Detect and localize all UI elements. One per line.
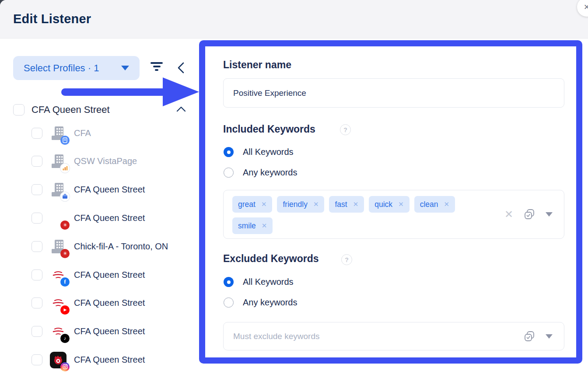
profile-checkbox[interactable] <box>32 213 42 224</box>
profile-label: QSW VistaPage <box>74 156 137 166</box>
excluded-keywords-input[interactable]: Must exclude keywords <box>223 322 564 350</box>
included-any-keywords-option[interactable]: Any keywords <box>224 168 298 178</box>
select-profiles-button[interactable]: Select Profiles · 1 <box>13 56 140 80</box>
keyword-chip: clean✕ <box>414 196 455 213</box>
google-business-badge-icon <box>60 192 70 201</box>
clear-all-icon[interactable]: ✕ <box>504 209 513 220</box>
profile-label: Chick-fil-A - Toronto, ON <box>74 242 168 252</box>
excluded-placeholder: Must exclude keywords <box>233 332 513 341</box>
close-icon: ✕ <box>584 3 588 12</box>
list-item[interactable]: CFA Queen Street <box>0 346 199 374</box>
modal-header: Edit Listener ✕ <box>0 0 588 38</box>
building-icon <box>50 153 66 170</box>
remove-keyword-icon[interactable]: ✕ <box>353 200 359 208</box>
keyword-chip: fast✕ <box>329 196 364 213</box>
excluded-keywords-title: Excluded Keywords <box>223 253 319 265</box>
profile-checkbox[interactable] <box>32 128 42 139</box>
list-item[interactable]: CFA Queen Street <box>0 175 199 204</box>
photo-avatar: ✳ <box>50 210 66 227</box>
brand-script-avatar: ♪ <box>50 323 66 340</box>
remove-keyword-icon[interactable]: ✕ <box>261 200 267 208</box>
building-icon <box>50 125 66 142</box>
remove-keyword-icon[interactable]: ✕ <box>313 200 319 208</box>
select-profiles-label: Select Profiles · 1 <box>24 63 99 74</box>
remove-keyword-icon[interactable]: ✕ <box>262 222 267 230</box>
copy-select-icon[interactable] <box>523 208 536 221</box>
facebook-badge-icon: f <box>60 277 70 287</box>
profile-doc-badge-icon <box>60 136 70 145</box>
page-title: Edit Listener <box>13 12 91 26</box>
included-keywords-title: Included Keywords <box>223 123 315 135</box>
excluded-any-keywords-option[interactable]: Any keywords <box>224 298 298 308</box>
yelp-badge-icon: ✳ <box>60 220 70 230</box>
profile-label: CFA Queen Street <box>74 326 145 336</box>
profile-checkbox[interactable] <box>32 354 42 365</box>
keyword-chip: great✕ <box>232 196 272 213</box>
collapse-panel-chevron-left-icon[interactable] <box>176 61 186 74</box>
instagram-badge-icon <box>60 362 70 371</box>
chevron-up-icon[interactable] <box>176 105 186 114</box>
list-item[interactable]: CFA <box>0 119 199 147</box>
brand-script-avatar <box>50 295 66 312</box>
profile-label: CFA Queen Street <box>74 185 145 195</box>
help-icon[interactable]: ? <box>340 124 351 135</box>
building-icon <box>50 182 66 198</box>
radio-unselected-icon[interactable] <box>224 168 234 178</box>
profile-group-row[interactable]: CFA Queen Street <box>0 102 199 117</box>
tiktok-badge-icon: ♪ <box>60 334 70 343</box>
list-item[interactable]: ✳ CFA Queen Street <box>0 204 199 232</box>
profile-label: CFA Queen Street <box>74 213 145 223</box>
list-item[interactable]: ✳ Chick-fil-A - Toronto, ON <box>0 232 199 261</box>
keyword-tools: ✕ <box>494 190 564 238</box>
profile-label: CFA Queen Street <box>74 298 145 308</box>
keyword-chip: friendly✕ <box>277 196 324 213</box>
profile-checkbox[interactable] <box>32 298 42 308</box>
profile-checkbox[interactable] <box>32 270 42 280</box>
profile-checkbox[interactable] <box>32 326 42 337</box>
profile-checkbox[interactable] <box>32 156 42 167</box>
brand-script-avatar: f <box>50 267 66 284</box>
included-keywords-input[interactable]: great✕ friendly✕ fast✕ quick✕ clean✕ smi… <box>223 190 564 239</box>
profile-label: CFA Queen Street <box>74 355 145 365</box>
list-item[interactable]: ♪ CFA Queen Street <box>0 317 199 346</box>
help-icon[interactable]: ? <box>341 254 352 265</box>
copy-select-icon[interactable] <box>523 330 536 343</box>
list-item[interactable]: CFA Queen Street <box>0 289 199 317</box>
caret-down-icon[interactable] <box>546 334 553 339</box>
group-label: CFA Queen Street <box>32 104 110 116</box>
building-icon: ✳ <box>50 238 66 255</box>
caret-down-icon[interactable] <box>546 212 553 217</box>
list-item[interactable]: f CFA Queen Street <box>0 261 199 289</box>
group-checkbox[interactable] <box>13 104 24 116</box>
included-all-keywords-option[interactable]: All Keywords <box>224 147 294 157</box>
listener-name-label: Listener name <box>223 59 291 71</box>
list-item[interactable]: QSW VistaPage <box>0 147 199 175</box>
keyword-chips: great✕ friendly✕ fast✕ quick✕ clean✕ smi… <box>224 190 494 238</box>
excluded-all-keywords-option[interactable]: All Keywords <box>224 277 294 287</box>
yelp-badge-icon: ✳ <box>60 249 70 258</box>
remove-keyword-icon[interactable]: ✕ <box>398 200 404 208</box>
listener-name-input[interactable] <box>223 78 564 108</box>
radio-selected-icon[interactable] <box>224 277 234 287</box>
profile-label: CFA Queen Street <box>74 270 145 280</box>
filter-icon[interactable] <box>150 62 163 74</box>
close-button[interactable]: ✕ <box>577 0 588 17</box>
caret-down-icon <box>121 66 129 70</box>
brand-logo-avatar <box>50 352 66 368</box>
youtube-badge-icon <box>60 305 70 315</box>
remove-keyword-icon[interactable]: ✕ <box>444 200 450 208</box>
profile-checkbox[interactable] <box>32 184 42 195</box>
profile-label: CFA <box>74 128 91 138</box>
analytics-badge-icon <box>60 164 70 173</box>
keyword-chip: quick✕ <box>369 196 409 213</box>
edit-listener-modal: Edit Listener ✕ Select Profiles · 1 CFA … <box>0 0 588 378</box>
profile-checkbox[interactable] <box>32 241 42 252</box>
radio-unselected-icon[interactable] <box>224 298 234 308</box>
annotation-arrow <box>61 88 170 96</box>
radio-selected-icon[interactable] <box>224 147 234 157</box>
keyword-chip: smile✕ <box>232 217 273 234</box>
